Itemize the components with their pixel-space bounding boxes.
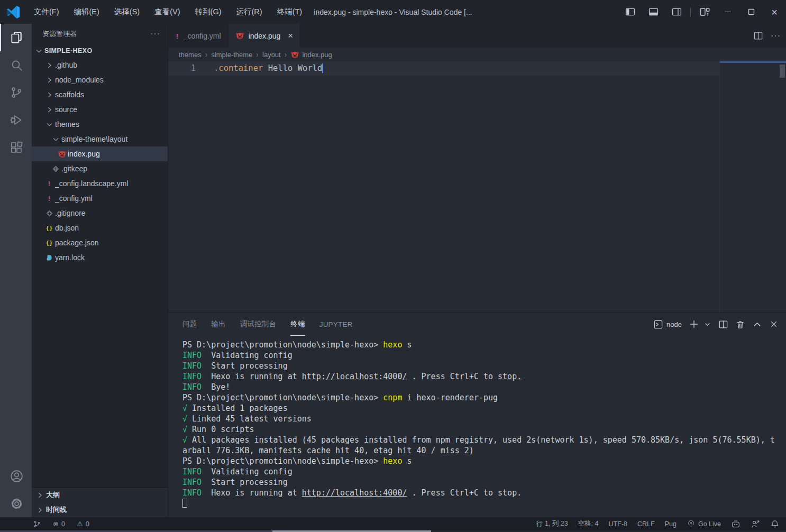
status-vscode-pets[interactable] [731,519,741,529]
workspace-name: SIMPLE-HEXO [44,47,93,54]
tree-item-label: source [55,105,77,114]
tree-item-simple-theme-layout[interactable]: simple-theme\layout [32,132,168,146]
close-panel-icon[interactable] [769,319,779,329]
menubar: 文件(F)编辑(E)选择(S)查看(V)转到(G)运行(R)终端(T)··· [28,4,331,20]
breadcrumb-item-file[interactable]: index.pug [290,50,332,59]
breadcrumb-item[interactable]: simple-theme [211,51,252,59]
editor-scrollbar[interactable] [780,65,785,78]
tree-item-label: scaffolds [55,90,84,99]
terminal-link[interactable]: stop. [498,372,522,381]
tree-item-_config.yml[interactable]: !_config.yml [32,191,168,206]
tree-item-.gitignore[interactable]: .gitignore [32,206,168,221]
layout-customize-icon[interactable] [693,0,716,24]
json-file-icon: {} [44,238,54,247]
status-cursor-position[interactable]: 行 1, 列 23 [536,519,568,528]
tree-item-node_modules[interactable]: node_modules [32,72,168,87]
activity-source-control[interactable] [0,79,32,106]
terminal-text: √ [182,435,187,445]
tree-item-index.pug[interactable]: index.pug [32,146,168,161]
tree-item-.gitkeep[interactable]: .gitkeep [32,161,168,176]
panel-tab-debug-console[interactable]: 调试控制台 [240,313,277,336]
minimize-icon[interactable] [716,0,739,24]
panel-tab-problems[interactable]: 问题 [182,313,197,336]
terminal-link[interactable]: http://localhost:4000/ [302,372,407,381]
terminal-text: Start processing [202,478,288,487]
breadcrumb-item[interactable]: layout [262,51,281,59]
minimap[interactable] [719,61,786,312]
activity-search[interactable] [0,51,32,79]
maximize-panel-icon[interactable] [752,319,762,329]
terminal-text: INFO [182,488,202,498]
layout-sidebar-right-icon[interactable] [665,0,688,24]
tree-item-themes[interactable]: themes [32,117,168,132]
status-eol[interactable]: CRLF [637,520,655,528]
status-indentation[interactable]: 空格: 4 [578,519,599,528]
panel-tab-terminal[interactable]: 终端 [290,313,305,336]
tree-item-db.json[interactable]: {}db.json [32,221,168,235]
activity-explorer[interactable] [0,24,32,51]
tree-item-label: .github [55,61,77,69]
tree-item-package.json[interactable]: {}package.json [32,235,168,250]
status-feedback[interactable] [751,519,760,529]
explorer-title: 资源管理器 [42,29,77,39]
tree-item-_config.landscape.yml[interactable]: !_config.landscape.yml [32,176,168,191]
terminal-line: PS D:\project\promotion\node\simple-hexo… [182,340,786,350]
status-notifications[interactable] [770,519,780,529]
tree-item-label: .gitkeep [61,164,87,173]
code-editor[interactable]: 1 .container Hello World [168,61,786,312]
menu-edit[interactable]: 编辑(E) [68,4,106,20]
workspace-section-header[interactable]: SIMPLE-HEXO [32,44,168,58]
tab-_config.yml[interactable]: !_config.yml [168,24,229,48]
new-terminal-icon[interactable] [689,319,699,329]
close-icon[interactable]: × [763,0,786,24]
close-tab-icon[interactable]: × [288,31,293,40]
tree-item-.github[interactable]: .github [32,58,168,72]
pane-outline[interactable]: 大纲 [32,488,168,502]
menu-view[interactable]: 查看(V) [148,4,186,20]
terminal[interactable]: PS D:\project\promotion\node\simple-hexo… [168,336,786,509]
split-editor-icon[interactable] [753,31,763,41]
menu-run[interactable]: 运行(R) [230,4,268,20]
launch-profile-chevron-icon[interactable] [703,320,711,328]
tree-item-yarn.lock[interactable]: yarn.lock [32,250,168,265]
chevron-down-icon [34,46,43,56]
terminal-text: s [402,340,412,350]
activity-extensions[interactable] [0,134,32,161]
terminal-link[interactable]: http://localhost:4000/ [302,488,407,498]
status-go-live[interactable]: Go Live [687,519,721,528]
activity-accounts[interactable] [0,462,32,490]
status-language-mode[interactable]: Pug [665,520,677,528]
menu-file[interactable]: 文件(F) [28,4,66,20]
activity-manage[interactable] [0,490,32,517]
terminal-text: √ [182,403,187,413]
tab-index.pug[interactable]: index.pug× [229,24,301,48]
menu-terminal[interactable]: 终端(T) [271,4,309,20]
split-terminal-icon[interactable] [718,319,728,329]
tree-item-label: _config.landscape.yml [55,179,129,188]
yarn-file-icon [44,253,54,262]
status-encoding[interactable]: UTF-8 [609,520,627,528]
panel-tab-output[interactable]: 输出 [211,313,225,336]
terminal-line: INFO Validating config [182,466,786,477]
kill-terminal-icon[interactable] [735,319,745,329]
layout-panel-icon[interactable] [642,0,665,24]
menu-go[interactable]: 转到(G) [189,4,228,20]
pane-timeline[interactable]: 时间线 [32,502,168,517]
terminal-text: i hexo-renderer-pug [402,393,498,402]
editor-more-actions-icon[interactable]: ··· [771,31,781,41]
breadcrumb-item[interactable]: themes [179,51,202,59]
explorer-more-actions-icon[interactable]: ··· [150,29,160,39]
activity-run-and-debug[interactable] [0,106,32,134]
terminal-instance-selector[interactable]: node [653,319,682,329]
pug-file-icon [57,149,67,159]
source-control-indicator-icon[interactable] [33,520,41,528]
chevron-right-icon [44,60,54,70]
tree-item-source[interactable]: source [32,102,168,117]
problems-indicator[interactable]: ⊗0 ⚠0 [53,520,98,528]
tree-item-scaffolds[interactable]: scaffolds [32,87,168,102]
menu-selection[interactable]: 选择(S) [108,4,146,20]
layout-sidebar-left-icon[interactable] [618,0,642,24]
panel-tab-jupyter[interactable]: JUPYTER [319,313,353,336]
terminal-text: s [402,456,412,466]
maximize-icon[interactable] [739,0,763,24]
